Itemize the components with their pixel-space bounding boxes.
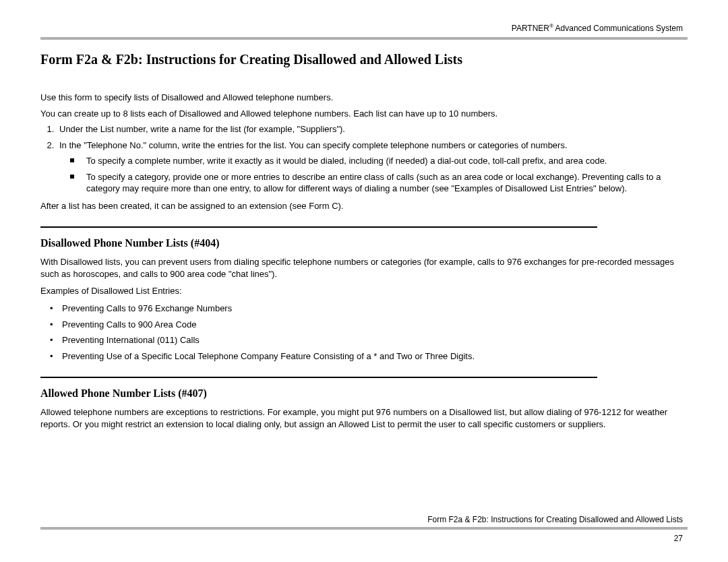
disallowed-ex-1: Preventing Calls to 976 Exchange Numbers xyxy=(57,303,688,315)
section-rule-1 xyxy=(40,226,597,228)
page-number: 27 xyxy=(40,534,683,543)
footer-title: Form F2a & F2b: Instructions for Creatin… xyxy=(40,515,683,524)
section-rule-2 xyxy=(40,377,597,378)
header-brand: PARTNER® Advanced Communications System xyxy=(40,23,683,33)
disallowed-ex-2: Preventing Calls to 900 Area Code xyxy=(57,319,688,331)
step-2-sub-1: To specify a complete number, write it e… xyxy=(80,155,688,167)
footer-rule xyxy=(40,527,688,530)
header-rule xyxy=(40,37,688,40)
step-2-text: In the "Telephone No." column, write the… xyxy=(59,140,568,150)
allowed-heading: Allowed Phone Number Lists (#407) xyxy=(40,387,688,400)
step-2-sublist: To specify a complete number, write it e… xyxy=(59,155,688,195)
disallowed-examples-label: Examples of Disallowed List Entries: xyxy=(40,285,688,297)
intro-block: Use this form to specify lists of Disall… xyxy=(40,92,688,119)
page-title: Form F2a & F2b: Instructions for Creatin… xyxy=(40,52,688,67)
disallowed-ex-4: Preventing Use of a Specific Local Telep… xyxy=(57,350,688,363)
after-list-note: After a list has been created, it can be… xyxy=(40,200,688,212)
instruction-steps: Under the List number, write a name for … xyxy=(40,123,688,195)
intro-p2: You can create up to 8 lists each of Dis… xyxy=(40,108,688,120)
step-2: In the "Telephone No." column, write the… xyxy=(57,139,688,195)
disallowed-p1: With Disallowed lists, you can prevent u… xyxy=(40,256,688,280)
allowed-p1: Allowed telephone numbers are exceptions… xyxy=(40,406,688,430)
page-footer: Form F2a & F2b: Instructions for Creatin… xyxy=(40,515,688,543)
intro-p1: Use this form to specify lists of Disall… xyxy=(40,92,688,104)
brand-suffix: Advanced Communications System xyxy=(553,24,683,33)
step-2-sub-2: To specify a category, provide one or mo… xyxy=(80,171,688,195)
step-1: Under the List number, write a name for … xyxy=(57,123,688,135)
brand-name: PARTNER xyxy=(512,24,549,33)
disallowed-ex-3: Preventing International (011) Calls xyxy=(57,334,688,346)
disallowed-heading: Disallowed Phone Number Lists (#404) xyxy=(40,237,688,249)
disallowed-examples-list: Preventing Calls to 976 Exchange Numbers… xyxy=(40,303,688,362)
